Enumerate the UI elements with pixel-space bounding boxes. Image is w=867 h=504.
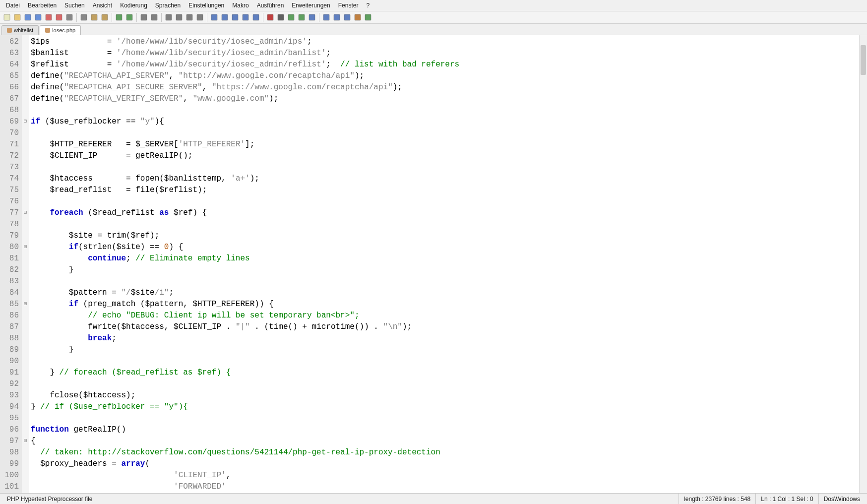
save-all-icon[interactable] <box>33 12 43 22</box>
doc-map-icon[interactable] <box>363 12 373 22</box>
fold-marker[interactable] <box>22 343 29 355</box>
indent-icon[interactable] <box>332 12 342 22</box>
fold-marker[interactable] <box>22 195 29 206</box>
fold-marker[interactable] <box>22 355 29 366</box>
fold-marker[interactable] <box>22 138 29 149</box>
zoom-in-icon[interactable] <box>164 12 174 22</box>
fold-marker[interactable]: ⊟ <box>22 206 29 218</box>
code-line[interactable]: } <box>31 264 857 276</box>
code-line[interactable] <box>31 413 857 424</box>
code-line[interactable] <box>31 276 857 287</box>
menu-einstellungen[interactable]: Einstellungen <box>185 1 228 10</box>
record-macro-icon[interactable] <box>265 12 275 22</box>
fold-marker[interactable] <box>22 126 29 138</box>
fold-marker[interactable] <box>22 172 29 184</box>
code-line[interactable] <box>31 378 857 390</box>
zoom-out-icon[interactable] <box>174 12 184 22</box>
code-line[interactable] <box>31 356 857 367</box>
code-line[interactable] <box>31 105 857 116</box>
play-macro-icon[interactable] <box>286 12 296 22</box>
fold-marker[interactable] <box>22 480 29 492</box>
code-line[interactable]: $HTTP_REFERER = $_SERVER['HTTP_REFERER']… <box>31 139 857 150</box>
close-all-icon[interactable] <box>54 12 64 22</box>
code-line[interactable] <box>31 196 857 207</box>
fold-marker[interactable] <box>22 92 29 104</box>
code-line[interactable]: continue; // Eliminate empty lines <box>31 253 857 264</box>
code-line[interactable]: define("RECAPTCHA_API_SECURE_SERVER", "h… <box>31 82 857 93</box>
fold-marker[interactable] <box>22 275 29 286</box>
sort-icon[interactable] <box>342 12 352 22</box>
fold-marker[interactable] <box>22 366 29 378</box>
menu-ausführen[interactable]: Ausführen <box>253 1 288 10</box>
unfold-icon[interactable] <box>251 12 261 22</box>
code-line[interactable] <box>31 219 857 230</box>
wrap-icon[interactable] <box>209 12 219 22</box>
code-line[interactable]: $site = trim($ref); <box>31 230 857 242</box>
fold-marker[interactable] <box>22 286 29 298</box>
code-line[interactable]: 'FORWARDED' <box>31 481 857 493</box>
fold-marker[interactable] <box>22 69 29 81</box>
outdent-icon[interactable] <box>321 12 331 22</box>
code-line[interactable]: { <box>31 436 857 447</box>
print-icon[interactable] <box>64 12 74 22</box>
code-line[interactable]: $pattern = "/$site/i"; <box>31 287 857 299</box>
code-line[interactable]: $proxy_headers = array( <box>31 458 857 470</box>
code-line[interactable]: $reflist = '/home/www/lib/security/iosec… <box>31 59 857 70</box>
cut-icon[interactable] <box>79 12 89 22</box>
code-line[interactable]: $read_reflist = file($reflist); <box>31 185 857 196</box>
fold-marker[interactable] <box>22 378 29 389</box>
fold-marker[interactable]: ⊟ <box>22 241 29 252</box>
code-line[interactable]: if(strlen($site) == 0) { <box>31 242 857 253</box>
code-line[interactable]: // taken: http://stackoverflow.com/quest… <box>31 447 857 458</box>
menu-kodierung[interactable]: Kodierung <box>116 1 151 10</box>
new-icon[interactable] <box>2 12 12 22</box>
code-line[interactable] <box>31 127 857 139</box>
code-line[interactable]: foreach ($read_reflist as $ref) { <box>31 207 857 219</box>
find-icon[interactable] <box>139 12 149 22</box>
fold-marker[interactable] <box>22 400 29 412</box>
sync-v-icon[interactable] <box>185 12 194 22</box>
fold-marker[interactable] <box>22 35 29 47</box>
menu-sprachen[interactable]: Sprachen <box>151 1 185 10</box>
fold-marker[interactable] <box>22 81 29 92</box>
fold-marker[interactable]: ⊟ <box>22 115 29 126</box>
menu-erweiterungen[interactable]: Erweiterungen <box>288 1 334 10</box>
play-multi-icon[interactable] <box>297 12 307 22</box>
code-line[interactable] <box>31 162 857 173</box>
code-line[interactable]: define("RECAPTCHA_VERIFY_SERVER", "www.g… <box>31 93 857 105</box>
fold-marker[interactable] <box>22 320 29 332</box>
fold-marker[interactable] <box>22 263 29 275</box>
code-line[interactable]: fwrite($htaccess, $CLIENT_IP . "|" . (ti… <box>31 321 857 333</box>
code-line[interactable]: } // if ($use_refblocker == "y"){ <box>31 401 857 413</box>
code-line[interactable]: function getRealIP() <box>31 424 857 436</box>
sync-h-icon[interactable] <box>195 12 205 22</box>
code-line[interactable]: } // foreach ($read_reflist as $ref) { <box>31 367 857 378</box>
paste-icon[interactable] <box>100 12 110 22</box>
open-icon[interactable] <box>12 12 22 22</box>
code-line[interactable]: 'CLIENT_IP', <box>31 470 857 481</box>
fold-marker[interactable] <box>22 184 29 195</box>
scrollbar-thumb[interactable] <box>861 45 866 75</box>
menu-makro[interactable]: Makro <box>228 1 252 10</box>
menu-?[interactable]: ? <box>362 1 373 10</box>
vertical-scrollbar[interactable] <box>859 35 867 493</box>
fold-icon[interactable] <box>241 12 250 22</box>
redo-icon[interactable] <box>124 12 134 22</box>
code-line[interactable]: $ips = '/home/www/lib/security/iosec_adm… <box>31 36 857 48</box>
fold-marker[interactable] <box>22 412 29 423</box>
menu-datei[interactable]: Datei <box>2 1 24 10</box>
save-macro-icon[interactable] <box>307 12 317 22</box>
fold-marker[interactable] <box>22 423 29 435</box>
fold-marker[interactable]: ⊟ <box>22 435 29 446</box>
undo-icon[interactable] <box>114 12 124 22</box>
code-line[interactable]: fclose($htaccess); <box>31 390 857 401</box>
fold-column[interactable]: ⊟ ⊟ ⊟ ⊟ ⊟ <box>22 35 29 493</box>
fold-marker[interactable] <box>22 252 29 263</box>
menu-bearbeiten[interactable]: Bearbeiten <box>24 1 61 10</box>
fold-marker[interactable] <box>22 446 29 457</box>
fold-marker[interactable]: ⊟ <box>22 298 29 309</box>
code-area[interactable]: $ips = '/home/www/lib/security/iosec_adm… <box>29 35 859 493</box>
fold-marker[interactable] <box>22 309 29 320</box>
save-icon[interactable] <box>23 12 33 22</box>
fold-marker[interactable] <box>22 58 29 69</box>
